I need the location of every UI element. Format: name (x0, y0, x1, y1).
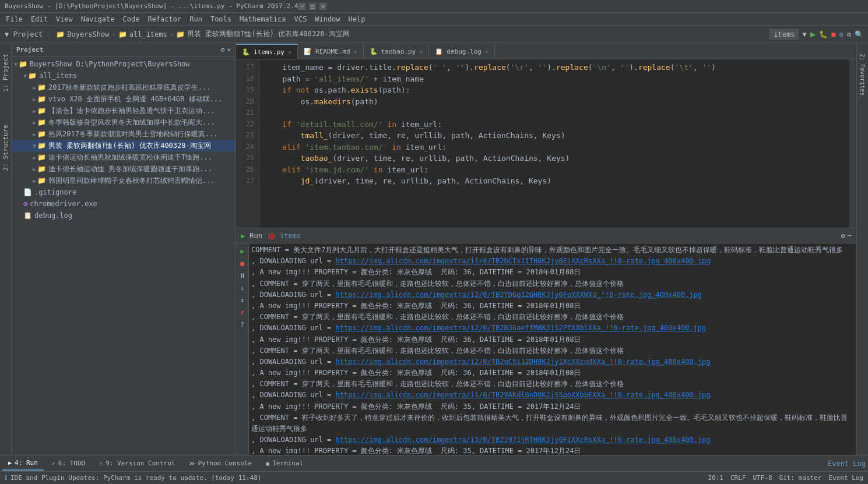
status-crlf[interactable]: CRLF (730, 474, 746, 482)
panel-close-icon[interactable]: ✕ (227, 46, 231, 54)
bottom-tab-python-console[interactable]: ≫Python Console (183, 457, 258, 471)
menu-item-file[interactable]: File (2, 14, 26, 24)
close-btn[interactable]: ✕ (319, 2, 327, 10)
window-controls[interactable]: ─ □ ✕ (298, 2, 327, 10)
run-url-link[interactable]: https://img.alicdn.com/imgextra/i2/0/TB2… (336, 291, 702, 299)
project-side-label[interactable]: 1: Project (1, 49, 10, 97)
favorites-side-label[interactable]: 2: Favorites (858, 49, 867, 100)
run-text: , A new img!!! PROPERTY = 颜色分类: 米灰色厚绒 尺码… (251, 369, 581, 377)
tab-items-py[interactable]: 🐍items.py✕ (236, 44, 298, 59)
run-config-arrow[interactable]: ▼ (802, 30, 806, 38)
tab-close-btn[interactable]: ✕ (485, 48, 489, 55)
tree-item[interactable]: 📋debug.log (12, 210, 236, 221)
menu-item-edit[interactable]: Edit (27, 14, 51, 24)
bottom-tab-6--todo[interactable]: ✓6: TODO (46, 457, 91, 471)
tree-item[interactable]: ▶📁冬季韩版修身型风衣男冬天加绒加厚中长款毛呢大... (12, 116, 236, 128)
breadcrumb-end[interactable]: 男装 柔软两翻领T恤(长袖) 优衣库400328-淘宝网 (187, 29, 350, 39)
tabs-bar: 🐍items.py✕📝README.md✕🐍taobao.py✕📋debug.l… (236, 43, 856, 59)
menu-item-view[interactable]: View (52, 14, 76, 24)
debug-button[interactable]: 🐛 (819, 30, 828, 38)
tab-icon: 📋 (435, 48, 443, 55)
panel-controls[interactable]: ⚙ ✕ (221, 46, 231, 54)
tab-close-btn[interactable]: ✕ (354, 48, 357, 55)
run-filter-btn[interactable]: ? (237, 319, 248, 330)
tree-item[interactable]: ▼📁BuyersShow D:\PythonProject\BuyersShow (12, 58, 236, 70)
minimize-btn[interactable]: ─ (298, 2, 306, 10)
event-log-tab[interactable]: Event Log (828, 460, 866, 468)
status-encoding[interactable]: UTF-8 (753, 474, 772, 482)
menu-item-code[interactable]: Code (120, 14, 143, 24)
project-panel: Project ⚙ ✕ ▼📁BuyersShow D:\PythonProjec… (12, 43, 236, 455)
menu-bar: FileEditViewNavigateCodeRefactorRunTools… (0, 13, 868, 26)
run-rerun-btn[interactable]: ▶ (237, 246, 248, 256)
tree-item[interactable]: ▼📁all_items (12, 70, 236, 82)
line-number: 25 (238, 153, 254, 164)
tab-debug-log[interactable]: 📋debug.log✕ (429, 44, 495, 59)
run-text: , DOWALOADING url = (251, 291, 336, 299)
tab-taobao-py[interactable]: 🐍taobao.py✕ (364, 44, 430, 59)
run-stop-btn[interactable]: ■ (237, 258, 248, 269)
line-number: 17 (238, 62, 254, 73)
bottom-tab-4--run[interactable]: ▶4: Run (2, 457, 44, 471)
tree-item[interactable]: ▶📁迪卡侬长袖运动恤 男冬加绒保暖圆领速干加厚跑... (12, 163, 236, 175)
run-pause-btn[interactable]: ⏸ (237, 270, 248, 281)
menu-item-window[interactable]: Window (311, 14, 343, 24)
build-button[interactable]: ⚙ (839, 30, 844, 38)
search-button[interactable]: 🔍 (855, 30, 863, 38)
menu-item-refactor[interactable]: Refactor (144, 14, 185, 24)
breadcrumb-mid[interactable]: all_items (129, 30, 167, 38)
tab-label: debug.log (447, 48, 482, 55)
menu-item-run[interactable]: Run (186, 14, 206, 24)
run-url-link[interactable]: https://img.alicdn.com/imgextra/i1/0/TB2… (336, 391, 711, 399)
status-event-log[interactable]: Event Log (828, 474, 863, 482)
bottom-tab-9--version-control[interactable]: ⑃9: Version Control (93, 457, 181, 471)
main-area: 1: Project 2: Structure Project ⚙ ✕ ▼📁Bu… (0, 43, 868, 455)
run-text: , A new img!!! PROPERTY = 颜色分类: 米灰色厚绒 尺码… (251, 268, 581, 276)
run-url-link[interactable]: https://img.alicdn.com/imgextra/i2/0/TB2… (336, 324, 707, 332)
tree-item[interactable]: ▶📁热风2017冬季新款潮流时尚男士雪地靴销行保暖真... (12, 128, 236, 140)
code-line: if 'detail.tmall.com/' in item_url: (264, 119, 845, 130)
menu-item-vcs[interactable]: VCS (291, 14, 311, 24)
breadcrumb-root[interactable]: BuyersShow (67, 30, 109, 38)
run-url-link[interactable]: https://img.alicdn.com/imgextra/i1/0/TB2… (336, 257, 711, 265)
run-controls[interactable]: ⚙ ─ (841, 232, 852, 240)
menu-item-navigate[interactable]: Navigate (78, 14, 118, 24)
tree-item[interactable]: ▶📁2017秋冬新款软皮跑步鞋高跟松糕厚底真皮学生... (12, 82, 236, 93)
run-url-link[interactable]: https://img.alicdn.com/imgextra/i2/0/TB2… (336, 358, 711, 366)
settings-button[interactable]: ⚙ (847, 30, 851, 38)
maximize-btn[interactable]: □ (308, 2, 317, 10)
run-step-btn[interactable]: ↓ (237, 282, 248, 293)
run-output[interactable]: COMMENT = 美大文件7月列大几月后，大打开鞋盒还是挺精美大气，打开鞋盒设… (249, 243, 856, 455)
run-icon: ▶ (241, 232, 245, 240)
tree-item[interactable]: ⚙chromedriver.exe (12, 198, 236, 210)
tree-item[interactable]: ▼📁男装 柔软两翻领T恤(长袖) 优衣库400328-淘宝网 (12, 140, 236, 151)
status-position[interactable]: 20:1 (708, 474, 723, 482)
menu-item-tools[interactable]: Tools (207, 14, 235, 24)
scrollbar[interactable] (849, 59, 856, 228)
tree-item[interactable]: ▶📁迪卡侬运动长袖男秋加绒保暖宽松休闲速干T恤跑... (12, 151, 236, 163)
menu-item-help[interactable]: Help (345, 14, 369, 24)
run-button[interactable]: ▶ (810, 29, 816, 40)
bottom-tabs-bar: ▶4: Run✓6: TODO⑃9: Version Control≫Pytho… (0, 455, 868, 471)
run-panel-hide[interactable]: ─ (848, 232, 852, 240)
run-text: , A new img!!! PROPERTY = 颜色分类: 米灰色厚绒 尺码… (251, 402, 581, 411)
tree-item[interactable]: 📄.gitignore (12, 186, 236, 198)
menu-item-mathematica[interactable]: Mathematica (236, 14, 289, 24)
tab-close-btn[interactable]: ✕ (288, 49, 291, 55)
structure-side-label[interactable]: 2: Structure (1, 120, 10, 175)
panel-settings-icon[interactable]: ⚙ (221, 46, 225, 54)
project-dropdown[interactable]: ▼ Project (5, 30, 43, 38)
run-scroll-btn[interactable]: ↕ (237, 295, 248, 305)
tree-item[interactable]: ▶📁vivo X20 全面屏手机 全网通 4GB+64GB 移动联... (12, 93, 236, 105)
tree-item[interactable]: ▶📁【清仓】迪卡侬跑步长袖男轻盈透气快干卫衣运动... (12, 105, 236, 116)
tab-README-md[interactable]: 📝README.md✕ (298, 44, 364, 59)
bottom-tab-terminal[interactable]: ▣Terminal (260, 457, 309, 471)
tab-close-btn[interactable]: ✕ (419, 48, 423, 55)
run-settings-icon[interactable]: ⚙ (841, 232, 845, 240)
tree-item[interactable]: ▶📁韩国明星同款棒球帽子女春秋冬灯芯绒鸭舌帽情侣... (12, 175, 236, 186)
run-clear-btn[interactable]: ✗ (237, 307, 248, 317)
stop-button[interactable]: ■ (831, 30, 835, 38)
items-dropdown[interactable]: items (769, 29, 799, 40)
code-content[interactable]: item_name = driver.title.replace(' ', ''… (259, 59, 849, 228)
run-url-link[interactable]: https://img.alicdn.com/imgextra/i3/0/TB2… (336, 436, 711, 444)
